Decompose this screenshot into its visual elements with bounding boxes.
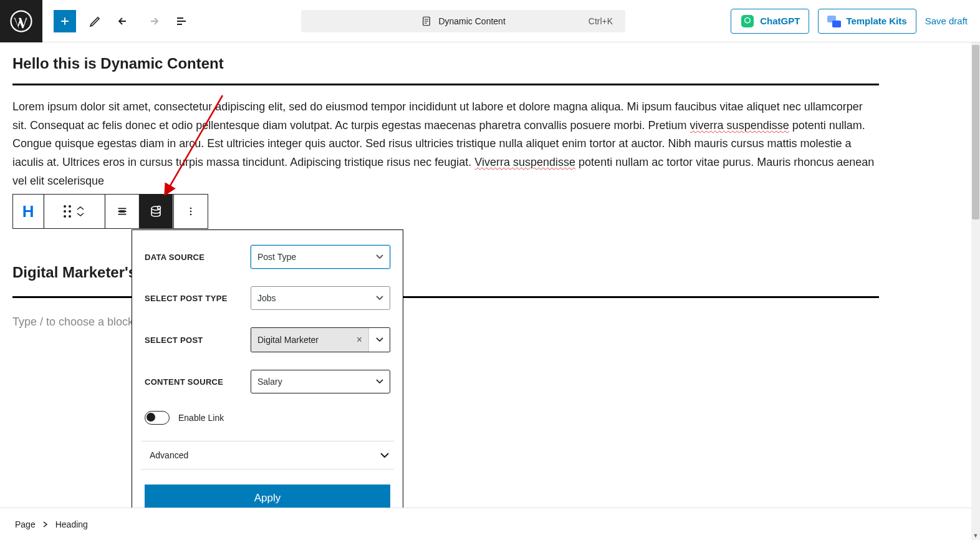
add-block-button[interactable]: [54, 10, 76, 32]
more-options-button[interactable]: [173, 195, 208, 228]
select-post-label: SELECT POST: [145, 335, 251, 345]
template-kits-label: Template Kits: [846, 16, 906, 26]
advanced-section-toggle[interactable]: Advanced: [141, 441, 394, 470]
template-kits-icon: [827, 15, 841, 27]
align-icon: [115, 205, 129, 218]
chevron-down-icon: [380, 453, 389, 458]
svg-rect-2: [741, 15, 754, 27]
heading-block-icon[interactable]: H: [13, 195, 44, 228]
remove-tag-icon[interactable]: ×: [357, 334, 362, 345]
content-source-select[interactable]: Salary: [251, 370, 390, 393]
svg-point-7: [190, 211, 192, 213]
undo-icon[interactable]: [110, 7, 138, 36]
save-draft-link[interactable]: Save draft: [925, 16, 968, 26]
chatgpt-label: ChatGPT: [760, 16, 800, 26]
select-post-field[interactable]: Digital Marketer ×: [251, 327, 390, 352]
page-heading[interactable]: Hello this is Dynamic Content: [12, 55, 879, 85]
editor-canvas: Hello this is Dynamic Content Lorem ipsu…: [0, 42, 980, 508]
document-overview-icon[interactable]: [167, 7, 196, 36]
svg-rect-3: [119, 211, 125, 213]
top-right-actions: ChatGPT Template Kits Save draft: [731, 9, 980, 34]
editor-top-bar: Dynamic Content Ctrl+K ChatGPT Template …: [0, 0, 980, 42]
vertical-scrollbar[interactable]: ▲ ▼: [971, 42, 980, 508]
chevron-down-icon: [376, 254, 383, 259]
dynamic-content-button[interactable]: [139, 195, 173, 228]
chevron-down-icon: [376, 337, 383, 342]
align-button[interactable]: [105, 195, 139, 228]
chatgpt-button[interactable]: ChatGPT: [731, 9, 809, 34]
document-title-button[interactable]: Dynamic Content Ctrl+K: [301, 10, 625, 32]
advanced-label: Advanced: [150, 450, 188, 460]
selected-post-tag: Digital Marketer ×: [251, 328, 368, 352]
chevron-down-icon: [376, 296, 383, 301]
drag-handle-icon: [64, 205, 71, 218]
svg-point-6: [190, 208, 192, 210]
enable-link-toggle[interactable]: [145, 411, 170, 425]
page-icon: [421, 16, 432, 27]
apply-button[interactable]: Apply: [145, 485, 390, 508]
paragraph-block[interactable]: Lorem ipsum dolor sit amet, consectetur …: [12, 98, 879, 190]
block-drag-move[interactable]: [44, 195, 105, 228]
template-kits-button[interactable]: Template Kits: [818, 9, 916, 34]
content-source-label: CONTENT SOURCE: [145, 377, 251, 387]
document-title: Dynamic Content: [438, 16, 505, 26]
post-type-select[interactable]: Jobs: [251, 286, 390, 310]
title-bar: Dynamic Content Ctrl+K: [196, 10, 731, 32]
more-vertical-icon: [185, 205, 197, 218]
chevron-down-icon: [376, 379, 383, 384]
enable-link-label: Enable Link: [178, 413, 224, 423]
database-icon: [148, 204, 163, 219]
wordpress-logo[interactable]: [0, 0, 42, 42]
scrollbar-thumb[interactable]: [972, 45, 979, 219]
redo-icon[interactable]: [138, 7, 167, 36]
keyboard-hint: Ctrl+K: [588, 16, 613, 26]
data-source-select[interactable]: Post Type: [251, 245, 390, 269]
block-toolbar: H: [12, 194, 208, 229]
edit-icon[interactable]: [81, 7, 110, 36]
svg-point-8: [190, 214, 192, 216]
dynamic-content-popover: DATA SOURCE Post Type SELECT POST TYPE J…: [132, 229, 403, 508]
data-source-label: DATA SOURCE: [145, 253, 251, 262]
chatgpt-icon: [740, 14, 755, 29]
post-type-label: SELECT POST TYPE: [145, 294, 251, 303]
move-updown-icon: [76, 206, 85, 217]
post-dropdown-toggle[interactable]: [368, 328, 390, 352]
